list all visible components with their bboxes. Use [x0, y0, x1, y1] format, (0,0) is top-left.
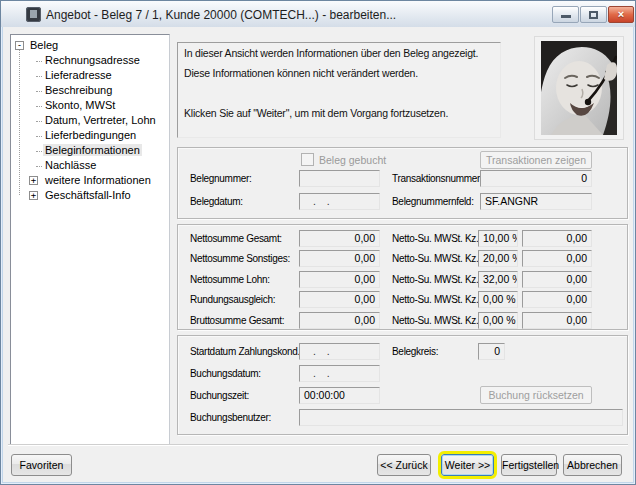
netto-mwst-kz2-label: Netto-Su. MWSt. Kz.2:	[392, 253, 486, 264]
mwst-kz4-value-field: 0,00	[522, 291, 592, 308]
minimize-button[interactable]	[552, 6, 579, 23]
expand-icon[interactable]: +	[29, 176, 38, 185]
rundungsausgleich-label: Rundungsausgleich:	[190, 294, 275, 305]
nettosumme-lohn-label: Nettosumme Lohn:	[190, 274, 270, 285]
nettosumme-lohn-field: 0,00	[299, 271, 380, 288]
rundungsausgleich-field: 0,00	[299, 291, 380, 308]
nettosumme-sonstiges-label: Nettosumme Sonstiges:	[190, 253, 290, 264]
mwst-kz1-percent-field: 10,00 %	[478, 230, 518, 247]
belegkreis-label: Belegkreis:	[392, 346, 438, 357]
bruttosumme-gesamt-field: 0,00	[299, 312, 380, 329]
mwst-kz2-value-field: 0,00	[522, 250, 592, 267]
buchungszeit-field: 00:00:00	[299, 387, 380, 404]
expand-icon[interactable]: +	[29, 191, 38, 200]
app-icon	[26, 7, 41, 22]
mwst-kz3-value-field: 0,00	[522, 271, 592, 288]
info-panel: In dieser Ansicht werden Informationen ü…	[177, 42, 501, 138]
beleg-gebucht-checkbox	[301, 153, 314, 166]
agent-photo-frame	[534, 36, 624, 140]
close-icon: ×	[609, 7, 633, 22]
belegnummer-label: Belegnummer:	[190, 173, 251, 184]
nettosumme-gesamt-label: Nettosumme Gesamt:	[190, 233, 282, 244]
belegnummernfeld-label: Belegnummernfeld:	[392, 196, 474, 207]
navigation-tree: - Beleg Rechnungsadresse Lieferadresse B…	[10, 34, 170, 446]
netto-mwst-kz4-label: Netto-Su. MWSt. Kz.4:	[392, 294, 486, 305]
info-text-line: In dieser Ansicht werden Informationen ü…	[184, 47, 478, 59]
transaktionen-zeigen-button: Transaktionen zeigen	[480, 151, 592, 169]
agent-photo	[541, 41, 617, 135]
window-title: Angebot - Beleg 7 / 1, Kunde 20000 (COMT…	[46, 8, 396, 22]
info-text-line: Klicken Sie auf "Weiter", um mit dem Vor…	[184, 107, 448, 119]
belegkreis-field: 0	[478, 343, 505, 360]
startdatum-zahlungskond-field: . .	[299, 343, 380, 360]
info-text-line: Diese Informationen können nicht verände…	[184, 67, 418, 79]
beleg-gebucht-label: Beleg gebucht	[319, 154, 386, 166]
abbrechen-button[interactable]: Abbrechen	[563, 454, 622, 476]
mwst-kz1-value-field: 0,00	[522, 230, 592, 247]
belegdatum-label: Belegdatum:	[190, 196, 243, 207]
maximize-icon	[589, 11, 598, 19]
buchungsbenutzer-field	[299, 409, 623, 426]
buchungsbenutzer-label: Buchungsbenutzer:	[190, 412, 271, 423]
netto-mwst-kz1-label: Netto-Su. MWSt. Kz.1:	[392, 233, 486, 244]
mwst-kz3-percent-field: 32,00 %	[478, 271, 518, 288]
buchungsdatum-label: Buchungsdatum:	[190, 368, 261, 379]
weiter-button[interactable]: Weiter >>	[441, 454, 494, 476]
startdatum-zahlungskond-label: Startdatum Zahlungskond.:	[190, 346, 303, 357]
collapse-icon[interactable]: -	[15, 41, 24, 50]
titlebar: Angebot - Beleg 7 / 1, Kunde 20000 (COMT…	[1, 1, 635, 27]
close-button[interactable]: ×	[608, 6, 634, 23]
buchung-ruecksetzen-button: Buchung rücksetzen	[480, 386, 592, 404]
favoriten-button[interactable]: Favoriten	[11, 454, 72, 476]
mwst-kz4-percent-field: 0,00 %	[478, 291, 518, 308]
nettosumme-sonstiges-field: 0,00	[299, 250, 380, 267]
minimize-icon	[561, 15, 571, 18]
belegdatum-field: . .	[299, 193, 380, 210]
bruttosumme-gesamt-label: Bruttosumme Gesamt:	[190, 315, 284, 326]
netto-mwst-kz3-label: Netto-Su. MWSt. Kz.3:	[392, 274, 486, 285]
buchungszeit-label: Buchungszeit:	[190, 390, 249, 401]
tree-connector-line	[19, 49, 20, 195]
buchungsdatum-field: . .	[299, 365, 380, 382]
maximize-button[interactable]	[580, 6, 607, 23]
transaktionsnummer-label: Transaktionsnummer:	[392, 173, 483, 184]
nettosumme-gesamt-field: 0,00	[299, 230, 380, 247]
mwst-kz5-percent-field: 0,00 %	[478, 312, 518, 329]
transaktionsnummer-field: 0	[480, 170, 592, 187]
application-window: Angebot - Beleg 7 / 1, Kunde 20000 (COMT…	[0, 0, 636, 485]
mwst-kz5-value-field: 0,00	[522, 312, 592, 329]
belegnummer-field	[299, 170, 380, 187]
belegnummernfeld-field: SF.ANGNR	[480, 193, 592, 210]
netto-mwst-kz5-label: Netto-Su. MWSt. Kz.5:	[392, 315, 486, 326]
zurueck-button[interactable]: << Zurück	[377, 454, 431, 476]
footer-separator	[8, 444, 628, 445]
fertigstellen-button[interactable]: Fertigstellen	[501, 454, 557, 476]
mwst-kz2-percent-field: 20,00 %	[478, 250, 518, 267]
